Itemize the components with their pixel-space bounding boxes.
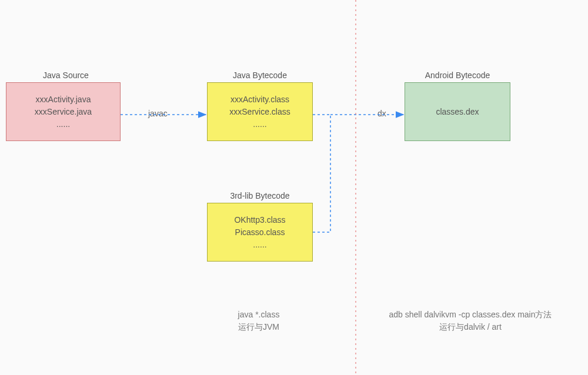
android-bytecode-line1: classes.dex — [436, 106, 479, 118]
thirdlib-line1: OKhttp3.class — [234, 214, 285, 226]
java-source-title: Java Source — [13, 71, 119, 80]
java-source-line2: xxxService.java — [35, 106, 92, 118]
thirdlib-bytecode-title: 3rd-lib Bytecode — [207, 191, 313, 200]
dalvik-caption-line2: 运行与dalvik / art — [370, 321, 570, 333]
dalvik-caption-line1: adb shell dalvikvm -cp classes.dex main方… — [370, 309, 570, 321]
java-source-box: xxxActivity.java xxxService.java ...... — [6, 82, 121, 141]
java-bytecode-line3: ...... — [253, 118, 266, 130]
jvm-caption-line1: java *.class — [171, 309, 347, 321]
android-bytecode-box: classes.dex — [405, 82, 510, 141]
java-source-line3: ...... — [56, 118, 70, 130]
java-bytecode-line1: xxxActivity.class — [230, 93, 289, 106]
dx-label: dx — [376, 109, 387, 118]
jvm-caption: java *.class 运行与JVM — [171, 309, 347, 333]
thirdlib-line3: ...... — [253, 239, 266, 251]
dalvik-caption: adb shell dalvikvm -cp classes.dex main方… — [370, 309, 570, 333]
javac-label: javac — [147, 109, 169, 118]
thirdlib-bytecode-box: OKhttp3.class Picasso.class ...... — [207, 203, 313, 262]
java-bytecode-line2: xxxService.class — [229, 106, 290, 118]
android-bytecode-title: Android Bytecode — [405, 71, 510, 80]
jvm-caption-line2: 运行与JVM — [171, 321, 347, 333]
java-source-line1: xxxActivity.java — [36, 93, 91, 106]
java-bytecode-title: Java Bytecode — [207, 71, 313, 80]
thirdlib-connector — [313, 115, 330, 232]
java-bytecode-box: xxxActivity.class xxxService.class .....… — [207, 82, 313, 141]
thirdlib-line2: Picasso.class — [235, 226, 285, 239]
